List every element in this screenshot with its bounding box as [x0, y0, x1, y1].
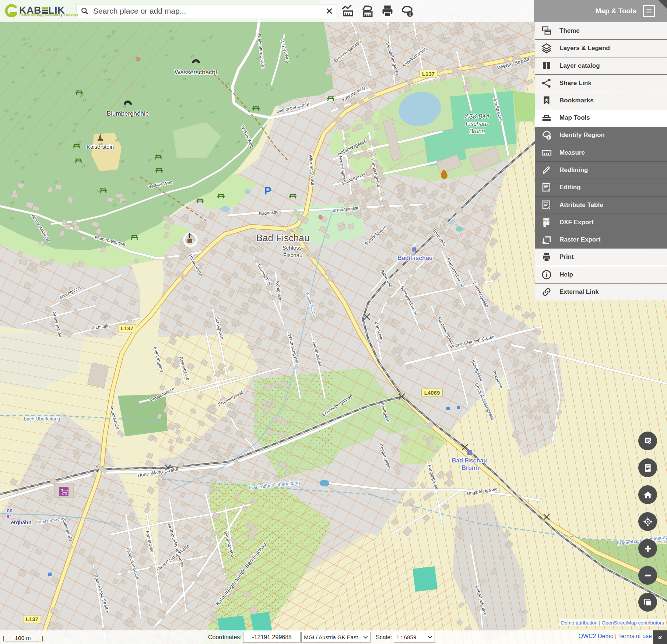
svg-text:Schloss: Schloss — [282, 244, 302, 251]
svg-text:er: er — [7, 513, 11, 519]
svg-text:Bad Fischau-: Bad Fischau- — [452, 457, 489, 464]
svg-text:Blumberghöhle: Blumberghöhle — [107, 110, 149, 117]
svg-text:i: i — [409, 11, 411, 17]
svg-text:ASK Bad: ASK Bad — [465, 113, 489, 120]
svg-text:L137: L137 — [121, 325, 133, 331]
svg-text:L137: L137 — [422, 71, 435, 77]
svg-text:ergbahn: ergbahn — [11, 520, 31, 525]
svg-text:Brunn: Brunn — [469, 128, 485, 134]
svg-text:nn: nn — [7, 507, 13, 513]
svg-text:P: P — [264, 184, 271, 197]
svg-text:Bad Fischau: Bad Fischau — [256, 232, 310, 243]
svg-text:bach Überleitung: bach Überleitung — [24, 416, 60, 422]
svg-text:Wasserschacht: Wasserschacht — [175, 69, 217, 76]
svg-text:Fischau-: Fischau- — [466, 121, 488, 127]
svg-text:100 m: 100 m — [15, 635, 31, 641]
svg-text:L4069: L4069 — [424, 390, 440, 396]
svg-text:Brunn: Brunn — [461, 465, 479, 471]
svg-text:i: i — [548, 135, 549, 140]
svg-text:DXF: DXF — [543, 219, 549, 223]
svg-text:i: i — [546, 271, 548, 278]
svg-text:L137: L137 — [26, 616, 38, 622]
svg-text:Bad Fischau: Bad Fischau — [397, 255, 432, 261]
svg-text:Fischau: Fischau — [283, 252, 303, 258]
